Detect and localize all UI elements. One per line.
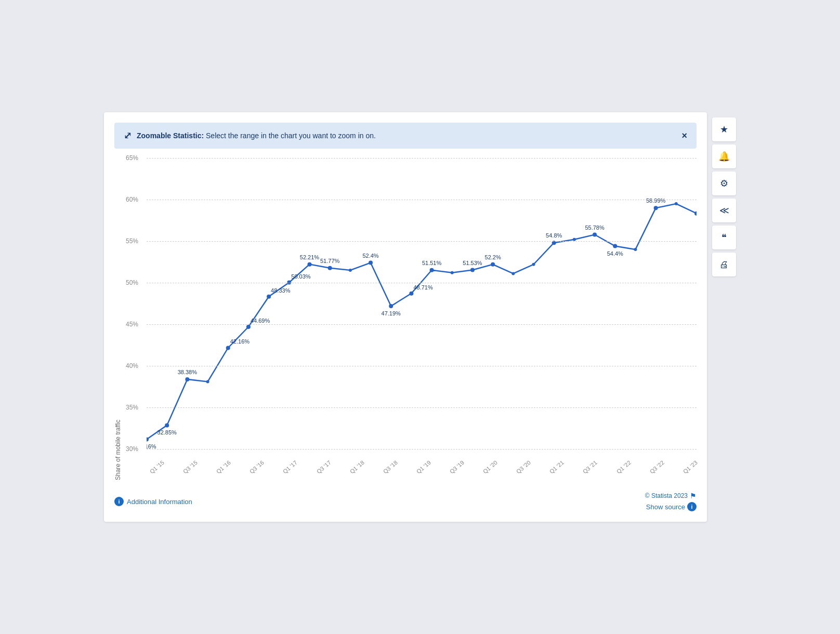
data-label: 55.78%	[585, 224, 605, 231]
data-label: 38.38%	[178, 369, 198, 375]
x-axis-label: Q3 '17	[315, 459, 332, 475]
x-axis-label: Q3 '19	[449, 459, 465, 475]
data-point	[267, 295, 271, 299]
data-label: 31.16%	[147, 443, 156, 449]
y-tick-label: 55%	[126, 237, 138, 245]
data-label: 51.77%	[320, 258, 340, 264]
bookmark-icon[interactable]: ★	[712, 117, 736, 141]
print-icon[interactable]: 🖨	[712, 253, 736, 276]
zoom-banner: ⤢ Zoomable Statistic: Select the range i…	[114, 123, 697, 149]
grid-line	[147, 283, 697, 283]
chart-footer: i Additional Information © Statista 2023…	[114, 486, 697, 511]
x-axis-label: Q1 '22	[615, 459, 632, 475]
additional-info-button[interactable]: i Additional Information	[114, 497, 192, 506]
data-point	[613, 244, 617, 248]
data-point	[654, 206, 658, 210]
settings-icon[interactable]: ⚙	[712, 171, 736, 195]
x-axis-label: Q1 '15	[149, 459, 165, 475]
data-label: 52.21%	[300, 254, 320, 260]
grid-and-plot: 31.16%32.85%38.38%42.16%44.69%48.33%50.0…	[126, 158, 697, 449]
zoom-banner-left: ⤢ Zoomable Statistic: Select the range i…	[124, 130, 376, 141]
x-axis-label: Q1 '19	[415, 459, 432, 475]
data-label: 42.16%	[230, 338, 250, 345]
page-container: ⤢ Zoomable Statistic: Select the range i…	[104, 112, 736, 522]
data-point	[349, 269, 352, 272]
x-axis-label: Q1 '20	[482, 459, 498, 475]
flag-icon: ⚑	[690, 492, 697, 500]
y-tick-label: 30%	[126, 445, 138, 453]
x-axis-label: Q1 '16	[215, 459, 232, 475]
source-info-icon: i	[687, 502, 697, 511]
y-tick-label: 65%	[126, 154, 138, 162]
x-axis-label: Q3 '18	[382, 459, 399, 475]
data-label: 51.51%	[422, 260, 442, 266]
zoom-banner-text: Zoomable Statistic: Select the range in …	[137, 131, 376, 140]
data-label: 48.33%	[271, 287, 291, 294]
y-tick-label: 50%	[126, 279, 138, 286]
data-label: 54.8%	[546, 232, 562, 239]
grid-line	[147, 158, 697, 158]
line-chart-svg: 31.16%32.85%38.38%42.16%44.69%48.33%50.0…	[147, 158, 697, 449]
data-label: 47.19%	[382, 310, 401, 316]
data-point	[185, 377, 189, 381]
data-point	[491, 262, 495, 267]
data-point	[532, 263, 535, 266]
grid-line	[147, 407, 697, 408]
data-label: 52.4%	[362, 253, 378, 259]
y-tick-label: 60%	[126, 196, 138, 203]
grid-line	[147, 366, 697, 366]
data-point	[246, 325, 251, 329]
x-axis-label: Q3 '22	[648, 459, 665, 475]
x-axis-label: Q3 '20	[515, 459, 532, 475]
quote-icon[interactable]: ❝	[712, 226, 736, 249]
data-point	[430, 268, 434, 272]
show-source-button[interactable]: Show source i	[646, 502, 697, 511]
data-point	[593, 233, 597, 237]
y-tick-label: 45%	[126, 321, 138, 328]
chart-line	[147, 204, 697, 439]
x-axis-label: Q3 '16	[248, 459, 265, 475]
y-axis-label: Share of mobile traffic	[114, 158, 122, 480]
x-axis-label: Q1 '17	[282, 459, 298, 475]
grid-line	[147, 200, 697, 200]
data-point	[470, 268, 475, 272]
x-axis-label: Q1 '23	[682, 459, 699, 475]
data-label: 50.03%	[291, 273, 311, 280]
data-label: 48.71%	[413, 284, 433, 290]
data-point	[206, 380, 209, 383]
data-point	[328, 266, 332, 270]
x-axis-labels: Q1 '15Q3 '15Q1 '16Q3 '16Q1 '17Q3 '17Q1 '…	[126, 465, 697, 471]
data-label: 54.4%	[607, 250, 623, 257]
data-label: 52.2%	[485, 254, 501, 260]
statista-copyright: © Statista 2023 ⚑	[645, 492, 697, 500]
y-tick-label: 40%	[126, 362, 138, 369]
data-point	[451, 271, 454, 274]
chart-inner: 31.16%32.85%38.38%42.16%44.69%48.33%50.0…	[126, 158, 697, 480]
data-point	[675, 202, 678, 205]
data-point	[409, 292, 413, 296]
zoom-expand-icon: ⤢	[124, 130, 132, 141]
x-axis-label: Q1 '21	[548, 459, 565, 475]
zoom-close-button[interactable]: ×	[681, 130, 687, 141]
data-point	[389, 304, 393, 308]
additional-info-label: Additional Information	[127, 498, 192, 506]
x-axis-label: Q3 '15	[182, 459, 199, 475]
data-point	[573, 238, 576, 241]
data-label: 58.99%	[646, 197, 666, 204]
grid-line	[147, 241, 697, 242]
data-point	[511, 272, 515, 275]
y-tick-label: 35%	[126, 404, 138, 411]
data-label: 44.69%	[251, 318, 270, 324]
data-label: 51.53%	[463, 260, 482, 266]
notification-icon[interactable]: 🔔	[712, 144, 736, 168]
data-point	[165, 423, 169, 427]
x-axis-label: Q3 '21	[582, 459, 598, 475]
share-icon[interactable]: ≪	[712, 199, 736, 222]
info-icon: i	[114, 497, 124, 506]
grid-line	[147, 449, 697, 450]
chart-area: Share of mobile traffic 31.16%32.85%38.3…	[114, 158, 697, 480]
sidebar-tools: ★🔔⚙≪❝🖨	[712, 117, 736, 276]
footer-right: © Statista 2023 ⚑ Show source i	[645, 492, 697, 511]
chart-panel: ⤢ Zoomable Statistic: Select the range i…	[104, 112, 707, 522]
data-point	[307, 262, 311, 267]
